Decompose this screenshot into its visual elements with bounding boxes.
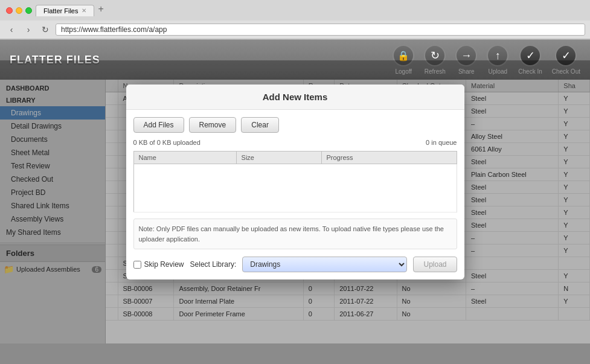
- remove-button[interactable]: Remove: [189, 117, 237, 133]
- back-button[interactable]: ‹: [5, 23, 18, 36]
- fullscreen-traffic-light[interactable]: [25, 7, 32, 14]
- file-table-header: Name Size Progress: [133, 152, 457, 164]
- library-select[interactable]: Drawings: [242, 257, 407, 272]
- skip-review-label[interactable]: Skip Review: [133, 260, 184, 269]
- modal-title: Add New Items: [126, 85, 464, 110]
- minimize-traffic-light[interactable]: [16, 7, 22, 14]
- tab-title: Flatter Files: [43, 7, 78, 14]
- file-upload-table: Name Size Progress: [133, 151, 457, 212]
- upload-status: 0 KB of 0 KB uploaded 0 in queue: [133, 139, 457, 146]
- new-tab-button[interactable]: +: [98, 4, 111, 17]
- reload-button[interactable]: ↻: [39, 23, 52, 36]
- address-bar[interactable]: [56, 24, 585, 36]
- tab-close-btn[interactable]: ✕: [82, 7, 86, 14]
- close-traffic-light[interactable]: [6, 7, 13, 14]
- add-new-items-modal: Add New Items Add Files Remove Clear 0 K…: [126, 85, 464, 279]
- file-col-size: Size: [236, 152, 321, 164]
- traffic-lights: [6, 7, 32, 14]
- upload-confirm-button[interactable]: Upload: [413, 257, 457, 272]
- modal-note: Note: Only PDF files can manually be upl…: [133, 219, 457, 249]
- upload-progress-text: 0 KB of 0 KB uploaded: [133, 139, 200, 146]
- file-table-body: [133, 164, 457, 212]
- skip-review-text: Skip Review: [144, 260, 184, 269]
- browser-tab[interactable]: Flatter Files ✕: [36, 5, 94, 16]
- title-bar: Flatter Files ✕ +: [0, 0, 590, 21]
- add-files-button[interactable]: Add Files: [133, 117, 184, 133]
- browser-chrome: Flatter Files ✕ + ‹ › ↻: [0, 0, 590, 40]
- modal-bottom-row: Skip Review Select Library: Drawings Upl…: [133, 257, 457, 272]
- skip-review-checkbox[interactable]: [133, 261, 141, 269]
- nav-bar: ‹ › ↻: [0, 21, 590, 39]
- clear-button[interactable]: Clear: [241, 117, 279, 133]
- select-library-label: Select Library:: [190, 260, 237, 269]
- upload-queue-text: 0 in queue: [426, 139, 457, 146]
- modal-overlay: Add New Items Add Files Remove Clear 0 K…: [0, 60, 590, 364]
- modal-action-row: Add Files Remove Clear: [133, 117, 457, 133]
- modal-body: Add Files Remove Clear 0 KB of 0 KB uplo…: [126, 110, 464, 279]
- file-table-empty-row: [133, 164, 457, 212]
- forward-button[interactable]: ›: [22, 23, 35, 36]
- file-col-progress: Progress: [321, 152, 457, 164]
- file-col-name: Name: [133, 152, 236, 164]
